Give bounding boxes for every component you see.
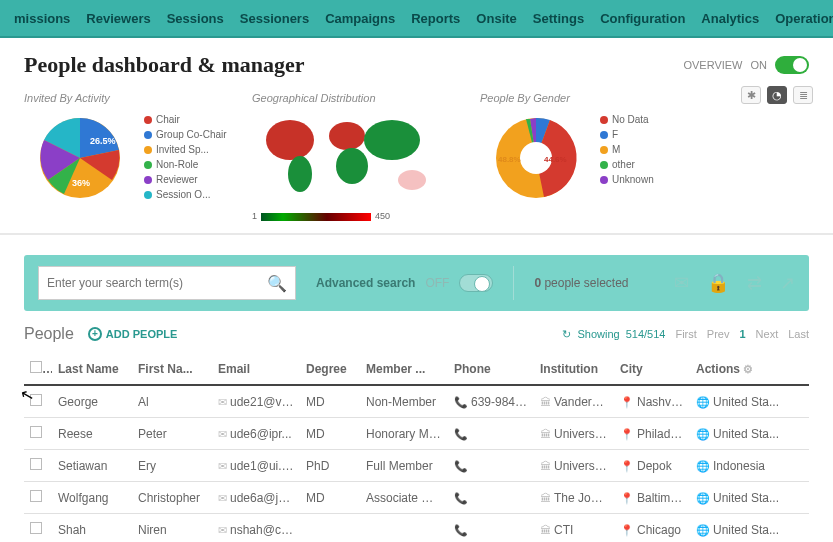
column-header[interactable]: Phone [448, 353, 534, 385]
row-checkbox[interactable] [30, 426, 42, 438]
legend-item: F [600, 129, 654, 140]
svg-point-6 [329, 122, 365, 150]
nav-item[interactable]: Operation [767, 11, 833, 26]
building-icon: 🏛 [540, 524, 551, 536]
nav-item[interactable]: Reports [403, 11, 468, 26]
svg-point-7 [336, 148, 368, 184]
svg-text:48.8%: 48.8% [498, 155, 521, 164]
pager-prev[interactable]: Prev [707, 328, 730, 340]
scale-min: 1 [252, 211, 257, 221]
overview-label: OVERVIEW [683, 59, 742, 71]
nav-item[interactable]: Sessions [159, 11, 232, 26]
overview-on-label: ON [751, 59, 768, 71]
globe-icon: 🌐 [696, 460, 710, 472]
mail-icon: ✉ [218, 524, 227, 536]
chart-geo: Geographical Distribution 1 450 [252, 92, 462, 221]
chart-title: People By Gender [480, 92, 690, 104]
globe-icon: 🌐 [696, 524, 710, 536]
mail-icon: ✉ [218, 428, 227, 440]
advanced-toggle-icon[interactable] [459, 274, 493, 292]
nav-item[interactable]: Reviewers [78, 11, 158, 26]
gear-icon[interactable]: ⚙ [743, 363, 753, 375]
transfer-icon[interactable]: ⇄ [747, 272, 762, 294]
table-row[interactable]: GeorgeAl✉ude21@va...MDNon-Member📞639-984… [24, 385, 809, 418]
search-icon[interactable]: 🔍 [267, 274, 287, 293]
building-icon: 🏛 [540, 492, 551, 504]
pie-chart-gender[interactable]: 44.6% 48.8% [480, 108, 592, 208]
column-header[interactable]: Member ... [360, 353, 448, 385]
nav-item[interactable]: Onsite [468, 11, 524, 26]
column-header[interactable]: Institution [534, 353, 614, 385]
column-header[interactable]: Actions ⚙ [690, 353, 809, 385]
svg-text:36%: 36% [72, 178, 90, 188]
table-row[interactable]: WolfgangChristopher✉ude6a@jh...MDAssocia… [24, 482, 809, 514]
pin-icon: 📍 [620, 492, 634, 504]
mail-icon: ✉ [218, 396, 227, 408]
column-header[interactable]: Last Name [52, 353, 132, 385]
map-gradient [261, 213, 371, 221]
pager-current: 1 [739, 328, 745, 340]
nav-item[interactable]: missions [6, 11, 78, 26]
column-header[interactable]: Email [212, 353, 300, 385]
row-checkbox[interactable] [30, 490, 42, 502]
svg-point-5 [288, 156, 312, 192]
legend-item: Group Co-Chair [144, 129, 227, 140]
nav-item[interactable]: Sessioners [232, 11, 317, 26]
advanced-search-toggle[interactable]: Advanced search OFF [316, 274, 493, 292]
pin-icon: 📍 [620, 524, 634, 536]
export-icon[interactable]: ↗ [780, 272, 795, 294]
chart-view-pie-icon[interactable]: ◔ [767, 86, 787, 104]
nav-item[interactable]: Configuration [592, 11, 693, 26]
chart-invited-activity: Invited By Activity 26.5% 36% ChairGroup… [24, 92, 234, 221]
title-bar: People dashboard & manager OVERVIEW ON [0, 38, 833, 88]
mail-icon[interactable]: ✉ [674, 272, 689, 294]
chart-title: Invited By Activity [24, 92, 234, 104]
pager-next[interactable]: Next [756, 328, 779, 340]
row-checkbox[interactable] [30, 522, 42, 534]
row-checkbox[interactable] [30, 394, 42, 406]
building-icon: 🏛 [540, 396, 551, 408]
legend-gender: No DataFMotherUnknown [600, 108, 654, 185]
nav-item[interactable]: Analytics [693, 11, 767, 26]
legend-activity: ChairGroup Co-ChairInvited Sp...Non-Role… [144, 108, 227, 200]
globe-icon: 🌐 [696, 492, 710, 504]
phone-icon: 📞 [454, 524, 468, 536]
legend-item: other [600, 159, 654, 170]
legend-item: Non-Role [144, 159, 227, 170]
legend-item: Session O... [144, 189, 227, 200]
globe-icon: 🌐 [696, 428, 710, 440]
svg-text:26.5%: 26.5% [90, 136, 116, 146]
table-row[interactable]: ShahNiren✉nshah@co...📞🏛CTI📍Chicago🌐Unite… [24, 514, 809, 543]
nav-item[interactable]: Settings [525, 11, 592, 26]
chart-gender: People By Gender 44.6% 48.8% No DataFMot… [480, 92, 690, 221]
world-map[interactable] [252, 108, 442, 208]
phone-icon: 📞 [454, 396, 468, 408]
table-row[interactable]: ReesePeter✉ude6@ipr...MDHonorary Me...📞🏛… [24, 418, 809, 450]
search-box[interactable]: 🔍 [38, 266, 296, 300]
column-header[interactable]: City [614, 353, 690, 385]
nav-item[interactable]: Campaigns [317, 11, 403, 26]
pager-last[interactable]: Last [788, 328, 809, 340]
add-people-button[interactable]: + ADD PEOPLE [88, 327, 178, 341]
lock-icon[interactable]: 🔒 [707, 272, 729, 294]
search-input[interactable] [47, 276, 267, 290]
pager-first[interactable]: First [675, 328, 696, 340]
plus-icon: + [88, 327, 102, 341]
selected-count: 0 people selected [534, 276, 628, 290]
column-header[interactable]: First Na... [132, 353, 212, 385]
overview-toggle[interactable] [775, 56, 809, 74]
reload-icon[interactable]: ↻ [562, 328, 571, 341]
legend-item: No Data [600, 114, 654, 125]
chart-settings-icon[interactable]: ✱ [741, 86, 761, 104]
legend-item: M [600, 144, 654, 155]
column-header[interactable]: Degree [300, 353, 360, 385]
chart-view-list-icon[interactable]: ≣ [793, 86, 813, 104]
svg-point-8 [364, 120, 420, 160]
pie-chart-activity[interactable]: 26.5% 36% [24, 108, 136, 208]
row-checkbox[interactable] [30, 458, 42, 470]
column-header[interactable]: ▾ [24, 353, 52, 385]
select-all-checkbox[interactable] [30, 361, 42, 373]
pager: ↻ Showing 514/514 First Prev 1 Next Last [562, 328, 809, 341]
table-row[interactable]: SetiawanEry✉ude1@ui.a...PhDFull Member📞🏛… [24, 450, 809, 482]
pin-icon: 📍 [620, 396, 634, 408]
